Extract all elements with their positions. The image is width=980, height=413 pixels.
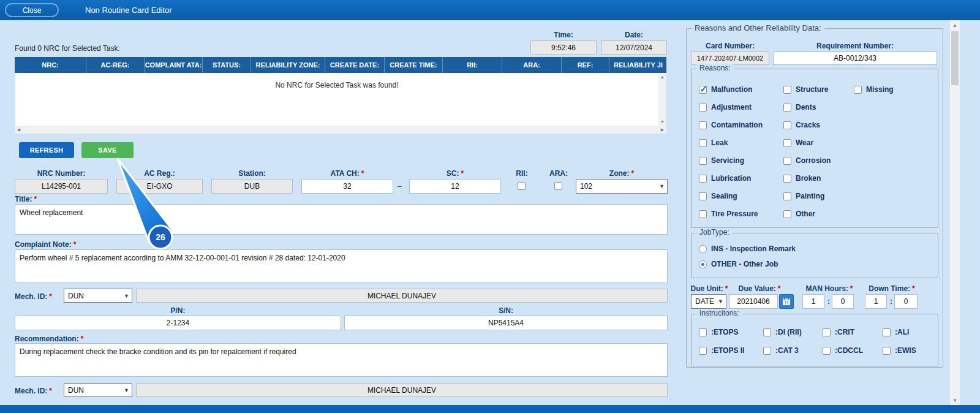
save-button[interactable]: SAVE (81, 142, 134, 158)
column-header-create-time[interactable]: CREATE TIME: (385, 57, 443, 73)
radio-icon (699, 260, 707, 268)
checkbox-icon (699, 121, 707, 129)
jobtype-radio-ins[interactable]: INS - Inspection Remark (699, 242, 796, 256)
instruction-checkbox-etops[interactable]: :ETOPS (699, 325, 738, 339)
reason-checkbox-painting[interactable]: Painting (783, 189, 831, 203)
rii-checkbox[interactable] (518, 182, 526, 190)
instruction-checkbox-ewis[interactable]: :EWIS (883, 344, 916, 357)
column-header-reliability-ji[interactable]: RELIABILITY JI (609, 57, 666, 73)
reason-checkbox-sealing[interactable]: Sealing (699, 189, 763, 203)
table-scroll-left-icon[interactable]: ◀ (15, 126, 23, 134)
jobtype-legend: JobType: (696, 228, 733, 237)
nrc-table-header: NRC: AC-REG: COMPLAINT ATA: STATUS: RELI… (15, 57, 666, 73)
reason-checkbox-cracks[interactable]: Cracks (783, 118, 831, 132)
mech-id-select[interactable]: DUN▼ (64, 289, 132, 303)
instruction-checkbox-di-rii[interactable]: :DI (RII) (763, 325, 802, 339)
reason-checkbox-structure[interactable]: Structure (783, 83, 831, 96)
reason-checkbox-lubrication[interactable]: Lubrication (699, 172, 763, 185)
ata-sc-dash: – (398, 182, 402, 191)
table-scroll-right-icon[interactable]: ▶ (658, 126, 666, 134)
down-minutes-input[interactable]: 0 (894, 294, 918, 309)
radio-icon (699, 245, 707, 253)
required-asterisk: * (912, 284, 915, 293)
instructions-fieldset: Instrucitons: :ETOPS :DI (RII) :CRIT :AL… (691, 314, 938, 366)
nrc-number-field: L14295-001 (15, 179, 108, 194)
column-header-ref[interactable]: REF: (562, 57, 609, 73)
instruction-checkbox-cdccl[interactable]: :CDCCL (823, 344, 863, 357)
title-bar: Close Non Routine Card Editor (0, 0, 980, 20)
reasons-legend: Reasons: (696, 64, 734, 72)
due-value-label: Due Value:* (728, 284, 791, 293)
reason-checkbox-malfunction[interactable]: Malfunction (699, 83, 763, 96)
table-scroll-down-icon[interactable]: ▼ (658, 118, 666, 126)
column-header-rii[interactable]: RII: (443, 57, 502, 73)
jobtype-radio-other[interactable]: OTHER - Other Job (699, 257, 778, 271)
reason-checkbox-wear[interactable]: Wear (783, 136, 831, 150)
reason-checkbox-other[interactable]: Other (783, 207, 831, 221)
calendar-button[interactable] (779, 294, 794, 309)
reason-checkbox-adjustment[interactable]: Adjustment (699, 100, 763, 114)
instruction-checkbox-etops-ii[interactable]: :ETOPS II (699, 344, 744, 357)
nrc-number-label: NRC Number: (15, 169, 108, 178)
table-empty-message: No NRC for Selected Task was found! (15, 73, 658, 89)
instruction-checkbox-crit[interactable]: :CRIT (823, 325, 854, 339)
ac-reg-field: EI-GXO (116, 179, 203, 194)
checkbox-icon (783, 104, 791, 112)
column-header-create-date[interactable]: CREATE DATE: (325, 57, 385, 73)
window-scrollbar-thumb[interactable] (951, 31, 959, 85)
column-header-ac-reg[interactable]: AC-REG: (86, 57, 145, 73)
complaint-note-textarea[interactable]: Perform wheel # 5 replacement according … (15, 249, 668, 283)
chevron-down-icon: ▼ (718, 298, 723, 305)
column-header-reliability-zone[interactable]: RELIABILITY ZONE: (251, 57, 325, 73)
checkbox-icon (699, 86, 707, 94)
due-unit-select[interactable]: DATE▼ (691, 294, 726, 309)
checkbox-icon (699, 210, 707, 218)
close-button[interactable]: Close (5, 3, 59, 17)
page-title: Non Routine Card Editor (85, 6, 172, 15)
title-textarea[interactable]: Wheel replacement (15, 204, 668, 235)
column-header-status[interactable]: STATUS: (203, 57, 251, 73)
mech-id2-select[interactable]: DUN▼ (64, 383, 132, 397)
instruction-checkbox-ali[interactable]: :ALI (883, 325, 909, 339)
checkbox-icon (783, 86, 791, 94)
reasons-column-1: Malfunction Adjustment Contamination Lea… (699, 83, 763, 221)
checkbox-icon (823, 347, 831, 355)
man-minutes-input[interactable]: 0 (832, 294, 854, 309)
reason-checkbox-dents[interactable]: Dents (783, 100, 831, 114)
reason-checkbox-tire-pressure[interactable]: Tire Pressure (699, 207, 763, 221)
reasons-column-2: Structure Dents Cracks Wear Corrosion Br… (783, 83, 831, 221)
down-hours-input[interactable]: 1 (865, 294, 887, 309)
reason-checkbox-broken[interactable]: Broken (783, 172, 831, 185)
sc-input[interactable]: 12 (409, 179, 501, 194)
sn-input[interactable]: NP5415A4 (344, 316, 668, 330)
reason-checkbox-servicing[interactable]: Servicing (699, 154, 763, 167)
reason-checkbox-corrosion[interactable]: Corrosion (783, 154, 831, 167)
reason-checkbox-leak[interactable]: Leak (699, 136, 763, 150)
reason-checkbox-contamination[interactable]: Contamination (699, 118, 763, 132)
station-field: DUB (211, 179, 293, 194)
column-header-ara[interactable]: ARA: (502, 57, 562, 73)
ara-checkbox[interactable] (554, 182, 562, 190)
ata-ch-input[interactable]: 32 (301, 179, 393, 194)
required-asterisk: * (361, 169, 364, 178)
required-asterisk: * (778, 284, 781, 293)
card-number-label: Card Number: (691, 42, 769, 50)
table-scroll-up-icon[interactable]: ▲ (658, 73, 666, 81)
window-scroll-up-icon[interactable]: ▲ (950, 20, 960, 30)
table-horizontal-scrollbar[interactable] (15, 126, 666, 134)
refresh-button[interactable]: REFRESH (19, 142, 74, 158)
pn-input[interactable]: 2-1234 (15, 316, 341, 330)
recommendation-textarea[interactable]: During replacement check the bracke cond… (15, 343, 668, 377)
checkbox-icon (699, 157, 707, 165)
zone-select[interactable]: 102▼ (576, 179, 668, 194)
nrc-table-body: No NRC for Selected Task was found! (15, 73, 658, 126)
man-hours-input[interactable]: 1 (802, 294, 824, 309)
window-scroll-down-icon[interactable]: ▼ (950, 395, 960, 405)
due-value-input[interactable]: 20210406 (729, 294, 778, 309)
column-header-complaint-ata[interactable]: COMPLAINT ATA: (145, 57, 203, 73)
requirement-number-input[interactable]: AB-0012/343 (773, 51, 937, 65)
instruction-checkbox-cat-3[interactable]: :CAT 3 (763, 344, 799, 357)
reason-checkbox-missing[interactable]: Missing (854, 83, 894, 96)
time-field: 9:52:46 (530, 40, 597, 55)
column-header-nrc[interactable]: NRC: (15, 57, 86, 73)
